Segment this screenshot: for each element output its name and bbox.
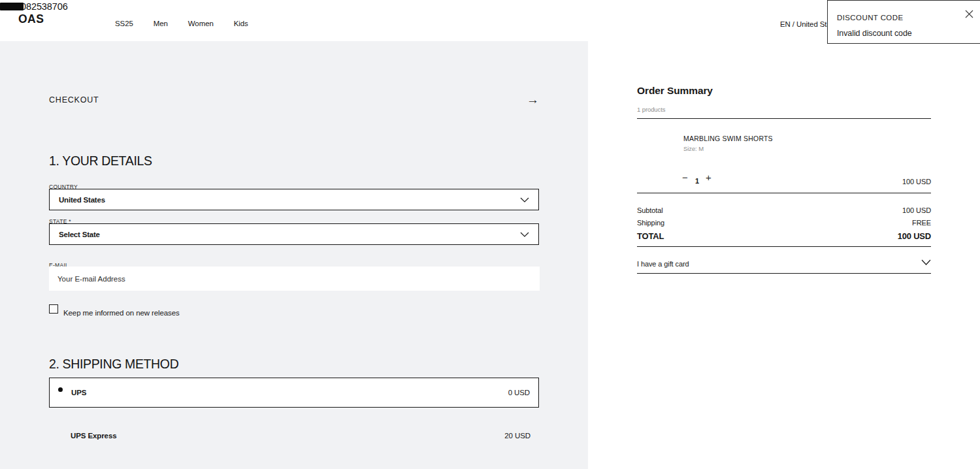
toast-title: DISCOUNT CODE xyxy=(837,14,903,22)
shipping-option-name: UPS xyxy=(71,389,508,396)
country-select[interactable]: United States xyxy=(49,189,539,210)
total-value: 100 USD xyxy=(898,231,931,241)
shipping-option-price: 0 USD xyxy=(508,389,530,396)
checkout-header: CHECKOUT → xyxy=(49,93,539,106)
obscured-debug-text: 082538706 xyxy=(0,0,68,10)
quantity-value: 1 xyxy=(695,177,699,185)
product-price: 100 USD xyxy=(800,178,931,186)
shipping-option-ups[interactable]: UPS 0 USD xyxy=(49,378,539,408)
discount-code-toast: DISCOUNT CODE Invalid discount code xyxy=(827,0,980,44)
shipping-option-price: 20 USD xyxy=(504,432,531,440)
nav-item-men[interactable]: Men xyxy=(154,20,168,27)
order-summary-count: 1 products xyxy=(637,106,665,113)
chevron-down-icon xyxy=(921,259,931,265)
gift-card-label: I have a gift card xyxy=(637,260,689,268)
newsletter-row: Keep me informed on new releases xyxy=(49,304,180,317)
main-nav: SS25 Men Women Kids xyxy=(115,20,248,27)
chevron-down-icon xyxy=(520,197,529,202)
email-field[interactable] xyxy=(49,267,540,291)
country-selected-value: United States xyxy=(59,196,105,204)
product-image-placeholder xyxy=(637,128,675,179)
order-reference-number: 082538706 xyxy=(21,1,68,12)
gift-card-toggle[interactable]: I have a gift card xyxy=(637,256,931,268)
subtotal-value: 100 USD xyxy=(902,206,931,214)
chevron-down-icon xyxy=(520,232,529,237)
divider xyxy=(637,118,931,119)
nav-item-women[interactable]: Women xyxy=(188,20,214,27)
product-name: MARBLING SWIM SHORTS xyxy=(683,135,773,142)
newsletter-label: Keep me informed on new releases xyxy=(63,309,180,317)
obscured-text-blob xyxy=(0,3,24,10)
product-size: Size: M xyxy=(683,145,704,152)
divider xyxy=(637,193,931,193)
radio-selected-icon xyxy=(58,387,63,392)
subtotal-row: Subtotal 100 USD xyxy=(637,206,931,214)
nav-item-ss25[interactable]: SS25 xyxy=(115,20,133,27)
divider xyxy=(637,273,931,274)
shipping-row: Shipping FREE xyxy=(637,219,931,227)
state-selected-value: Select State xyxy=(59,231,100,238)
continue-arrow-icon[interactable]: → xyxy=(527,93,539,106)
divider xyxy=(637,246,931,247)
shipping-option-ups-express[interactable]: UPS Express 20 USD xyxy=(49,428,539,444)
checkout-title: CHECKOUT xyxy=(49,95,99,105)
shipping-label: Shipping xyxy=(637,219,664,227)
shipping-section-heading: 2. SHIPPING METHOD xyxy=(49,356,178,372)
subtotal-label: Subtotal xyxy=(637,206,663,214)
state-select[interactable]: Select State xyxy=(49,223,539,245)
quantity-increase-button[interactable]: + xyxy=(706,172,711,183)
toast-message: Invalid discount code xyxy=(837,29,912,38)
total-label: TOTAL xyxy=(637,231,664,241)
total-row: TOTAL 100 USD xyxy=(637,231,931,241)
shipping-value: FREE xyxy=(912,219,931,227)
order-summary-title: Order Summary xyxy=(637,85,713,97)
nav-item-kids[interactable]: Kids xyxy=(234,20,248,27)
brand-logo[interactable]: OAS xyxy=(18,12,44,26)
newsletter-checkbox[interactable] xyxy=(49,304,58,314)
close-icon[interactable] xyxy=(964,9,974,19)
shipping-option-name: UPS Express xyxy=(71,432,504,440)
quantity-decrease-button[interactable]: − xyxy=(682,172,688,183)
details-section-heading: 1. YOUR DETAILS xyxy=(49,153,152,169)
